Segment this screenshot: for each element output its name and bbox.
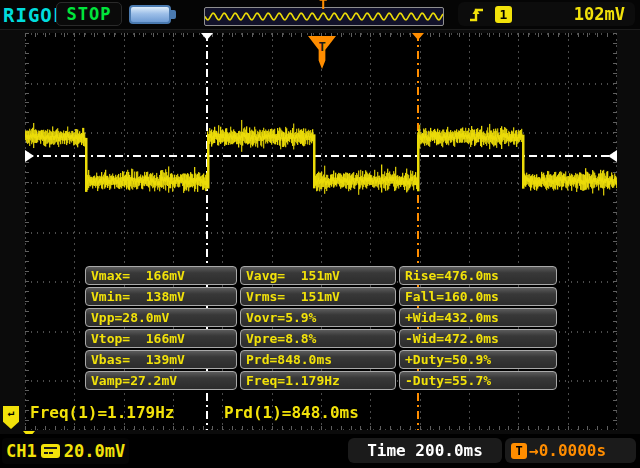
measurement-cell-pwid: +Wid=432.0ms — [399, 308, 557, 327]
measurement-cell-vbas: Vbas= 139mV — [85, 350, 237, 369]
bottom-bar: CH1 20.0mV Time 200.0ms T →0.0000s — [0, 434, 640, 468]
trigger-offset-value: →0.0000s — [529, 441, 606, 460]
measurement-row: Vmax= 166mV Vavg= 151mV Rise=476.0ms — [85, 266, 559, 285]
measurement-cell-rise: Rise=476.0ms — [399, 266, 557, 285]
channel1-scale-value: 20.0mV — [64, 441, 125, 461]
measurement-cell-vovr: Vovr=5.9% — [240, 308, 396, 327]
battery-icon — [129, 5, 171, 24]
graticule-area: T Vmax= 166mV Vavg= 151mV Rise=476.0ms V… — [0, 30, 640, 434]
dc-coupling-icon — [41, 444, 60, 458]
rising-edge-trigger-icon — [468, 5, 486, 23]
measurement-cell-vtop: Vtop= 166mV — [85, 329, 237, 348]
status-bar: RIGOL STOP T 1 102mV — [0, 0, 640, 30]
measurement-cell-freq: Freq=1.179Hz — [240, 371, 396, 390]
trigger-offset-t-icon: T — [511, 443, 527, 459]
measurement-cell-vavg: Vavg= 151mV — [240, 266, 396, 285]
measurement-row: Vamp=27.2mV Freq=1.179Hz -Duty=55.7% — [85, 371, 559, 390]
channel1-settings-block[interactable]: CH1 20.0mV — [2, 438, 129, 464]
freq-readout: Freq(1)=1.179Hz — [30, 403, 175, 422]
trigger-position-top-icon: T — [319, 0, 327, 12]
timebase-block[interactable]: Time 200.0ms — [348, 438, 502, 463]
measurement-row: Vbas= 139mV Prd=848.0ms +Duty=50.9% — [85, 350, 559, 369]
measurement-cell-nduty: -Duty=55.7% — [399, 371, 557, 390]
measurement-cell-vrms: Vrms= 151mV — [240, 287, 396, 306]
measurement-cell-vpre: Vpre=8.8% — [240, 329, 396, 348]
measurement-cell-pduty: +Duty=50.9% — [399, 350, 557, 369]
oscilloscope-screen: RIGOL STOP T 1 102mV T — [0, 0, 640, 468]
channel-offscreen-marker-icon: ↵ — [3, 406, 19, 429]
trigger-status-box[interactable]: 1 102mV — [458, 2, 635, 26]
measurement-cell-nwid: -Wid=472.0ms — [399, 329, 557, 348]
measurement-cell-fall: Fall=160.0ms — [399, 287, 557, 306]
trigger-offset-block[interactable]: T →0.0000s — [505, 438, 636, 463]
measurement-row: Vtop= 166mV Vpre=8.8% -Wid=472.0ms — [85, 329, 559, 348]
measurement-cell-vmax: Vmax= 166mV — [85, 266, 237, 285]
measurement-row: Vpp=28.0mV Vovr=5.9% +Wid=432.0ms — [85, 308, 559, 327]
period-readout: Prd(1)=848.0ms — [224, 403, 359, 422]
channel1-label: CH1 — [6, 441, 37, 461]
measurement-cell-vamp: Vamp=27.2mV — [85, 371, 237, 390]
measurement-panel: Vmax= 166mV Vavg= 151mV Rise=476.0ms Vmi… — [85, 266, 559, 390]
trigger-level-value: 102mV — [574, 4, 625, 24]
run-state-badge[interactable]: STOP — [56, 2, 122, 26]
measurement-cell-vpp: Vpp=28.0mV — [85, 308, 237, 327]
trigger-channel-badge: 1 — [495, 6, 512, 23]
measurement-cell-vmin: Vmin= 138mV — [85, 287, 237, 306]
measurement-cell-prd: Prd=848.0ms — [240, 350, 396, 369]
measurement-row: Vmin= 138mV Vrms= 151mV Fall=160.0ms — [85, 287, 559, 306]
trigger-funnel-label: T — [318, 40, 325, 54]
